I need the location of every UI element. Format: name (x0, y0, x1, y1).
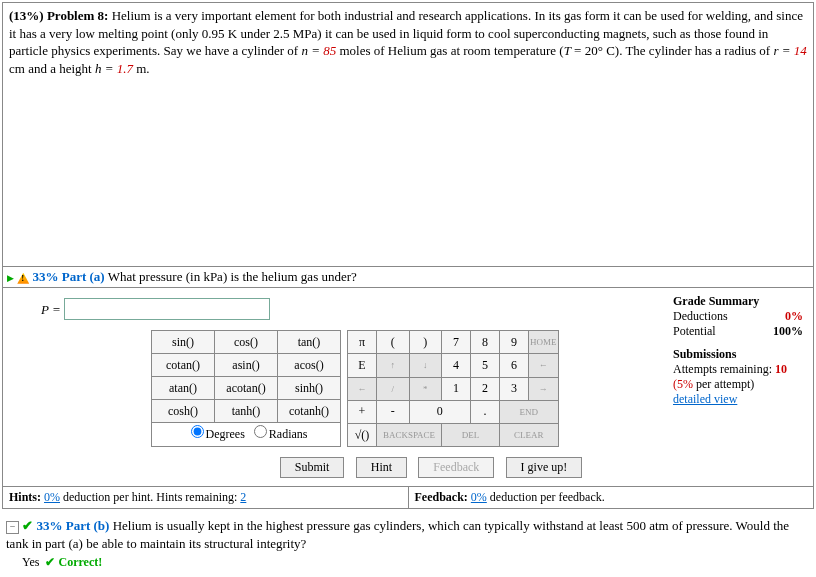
fn-cotanh[interactable]: cotanh() (278, 400, 341, 423)
degrees-radio[interactable] (191, 425, 204, 438)
key-lpar[interactable]: ( (377, 331, 410, 354)
key-2[interactable]: 2 (471, 377, 500, 400)
part-a-header: ▶ 33% Part (a) What pressure (in kPa) is… (3, 267, 813, 288)
function-pad: sin()cos()tan() cotan()asin()acos() atan… (151, 330, 341, 423)
keypad: sin()cos()tan() cotan()asin()acos() atan… (151, 330, 711, 447)
key-6[interactable]: 6 (500, 354, 529, 377)
warning-icon (17, 273, 29, 284)
key-mul[interactable]: * (409, 377, 442, 400)
hints-remaining-link[interactable]: 2 (240, 490, 246, 504)
submit-button[interactable]: Submit (280, 457, 345, 478)
key-8[interactable]: 8 (471, 331, 500, 354)
problem-statement: (13%) Problem 8: Helium is a very import… (2, 2, 814, 267)
fn-sin[interactable]: sin() (152, 331, 215, 354)
key-home[interactable]: HOME (529, 331, 559, 354)
key-down[interactable]: ↓ (409, 354, 442, 377)
fn-cotan[interactable]: cotan() (152, 354, 215, 377)
key-minus[interactable]: - (377, 400, 410, 423)
key-pi[interactable]: π (348, 331, 377, 354)
key-dot[interactable]: . (471, 400, 500, 423)
key-9[interactable]: 9 (500, 331, 529, 354)
collapse-icon[interactable]: − (6, 521, 19, 534)
feedback-button: Feedback (418, 457, 494, 478)
fn-sinh[interactable]: sinh() (278, 377, 341, 400)
key-plus[interactable]: + (348, 400, 377, 423)
key-end[interactable]: END (500, 400, 559, 423)
key-e[interactable]: E (348, 354, 377, 377)
key-3[interactable]: 3 (500, 377, 529, 400)
fn-cos[interactable]: cos() (215, 331, 278, 354)
key-nav-l[interactable]: ← (348, 377, 377, 400)
fn-acotan[interactable]: acotan() (215, 377, 278, 400)
key-clear[interactable]: CLEAR (500, 423, 559, 446)
part-b: − ✔ 33% Part (b) Helium is usually kept … (2, 517, 814, 570)
key-del[interactable]: DEL (442, 423, 500, 446)
variable-label: P = (41, 302, 64, 317)
fn-acos[interactable]: acos() (278, 354, 341, 377)
hints-pct-link[interactable]: 0% (44, 490, 60, 504)
hints-feedback-row: Hints: 0% deduction per hint. Hints rema… (3, 486, 813, 508)
grade-summary: Grade Summary Deductions0% Potential100%… (673, 294, 803, 407)
detailed-view-link[interactable]: detailed view (673, 392, 737, 406)
angle-mode: Degrees Radians (151, 423, 341, 447)
key-up[interactable]: ↑ (377, 354, 410, 377)
key-left[interactable]: ← (529, 354, 559, 377)
number-pad: π()789HOME E↑↓456← ←/*123→ +-0.END √()BA… (347, 330, 559, 447)
expand-icon[interactable]: ▶ (7, 273, 14, 283)
key-backspace[interactable]: BACKSPACE (377, 423, 442, 446)
problem-label: (13%) Problem 8: (9, 8, 108, 23)
fn-atan[interactable]: atan() (152, 377, 215, 400)
part-a: ▶ 33% Part (a) What pressure (in kPa) is… (2, 266, 814, 509)
fn-tanh[interactable]: tanh() (215, 400, 278, 423)
key-5[interactable]: 5 (471, 354, 500, 377)
key-1[interactable]: 1 (442, 377, 471, 400)
key-4[interactable]: 4 (442, 354, 471, 377)
fn-asin[interactable]: asin() (215, 354, 278, 377)
key-div[interactable]: / (377, 377, 410, 400)
answer-input[interactable] (64, 298, 270, 320)
key-7[interactable]: 7 (442, 331, 471, 354)
key-rpar[interactable]: ) (409, 331, 442, 354)
key-right[interactable]: → (529, 377, 559, 400)
radians-radio[interactable] (254, 425, 267, 438)
feedback-pct-link[interactable]: 0% (471, 490, 487, 504)
check-icon: ✔ (22, 518, 33, 533)
key-0[interactable]: 0 (409, 400, 471, 423)
giveup-button[interactable]: I give up! (506, 457, 583, 478)
fn-cosh[interactable]: cosh() (152, 400, 215, 423)
key-sqrt[interactable]: √() (348, 423, 377, 446)
hint-button[interactable]: Hint (356, 457, 407, 478)
fn-tan[interactable]: tan() (278, 331, 341, 354)
